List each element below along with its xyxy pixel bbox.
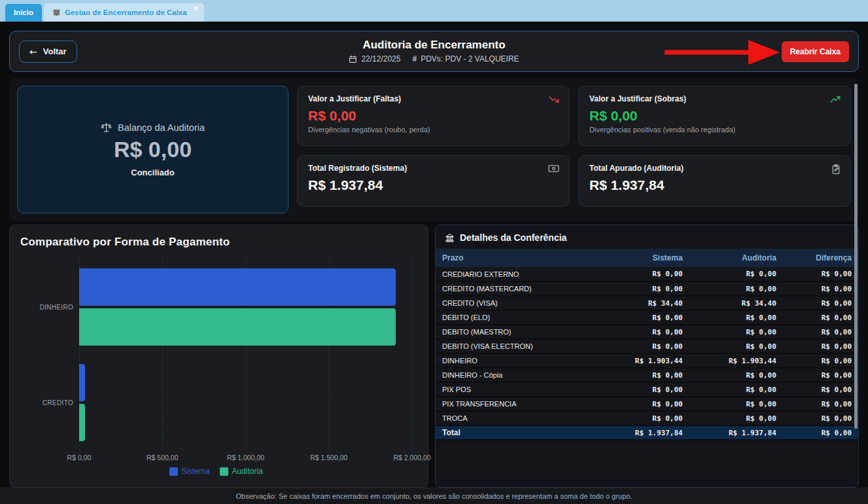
bar-sistema-dinheiro <box>79 268 396 306</box>
row-value: R$ 0,00 <box>595 325 689 339</box>
table-total-row: TotalR$ 1.937,84R$ 1.937,84R$ 0,00 <box>436 425 858 440</box>
row-value: R$ 34,40 <box>689 296 783 310</box>
close-icon[interactable]: × <box>193 4 199 12</box>
chart-category-label: DINHEIRO <box>20 259 79 355</box>
row-value: R$ 0,00 <box>595 339 689 353</box>
row-label: PIX POS <box>436 382 595 397</box>
tab-gestao-label: Gestao de Encerramento de Caixa <box>65 9 187 16</box>
row-value: R$ 1.937,84 <box>595 425 689 440</box>
hash-icon: # <box>412 54 417 63</box>
row-value: R$ 0,00 <box>595 411 689 425</box>
chart-plot: DINHEIROCREDITO <box>20 259 412 450</box>
row-value: R$ 0,00 <box>689 368 783 382</box>
row-value: R$ 0,00 <box>595 368 689 382</box>
card-registrado-title: Total Registrado (Sistema) <box>308 164 559 173</box>
pdv-info-text: PDVs: PDV - 2 VALQUEIRE <box>421 54 519 63</box>
row-value: R$ 0,00 <box>595 267 689 281</box>
legend-item-auditoria: Auditoria <box>220 467 262 476</box>
row-value: R$ 0,00 <box>689 411 783 425</box>
row-value: R$ 0,00 <box>783 411 858 425</box>
card-total-apurado: Total Apurado (Auditoria) R$ 1.937,84 <box>578 155 851 207</box>
tab-gestao-encerramento[interactable]: Gestao de Encerramento de Caixa × <box>44 3 204 22</box>
row-value: R$ 0,00 <box>783 382 858 397</box>
row-value: R$ 0,00 <box>689 310 783 325</box>
row-label: DEBITO (VISA ELECTRON) <box>436 339 595 353</box>
legend-label: Sistema <box>181 467 209 476</box>
column-header-diferença: Diferença <box>783 249 858 267</box>
scrollbar[interactable] <box>854 84 858 429</box>
row-value: R$ 0,00 <box>783 310 858 325</box>
table-row: DEBITO (VISA ELECTRON)R$ 0,00R$ 0,00R$ 0… <box>436 339 858 353</box>
card-apurado-value: R$ 1.937,84 <box>589 177 840 193</box>
bar-auditoria-credito <box>79 404 85 441</box>
trending-down-icon <box>549 95 559 104</box>
chart-bar-group <box>79 259 412 355</box>
building-icon <box>52 8 61 16</box>
row-value: R$ 0,00 <box>783 281 858 296</box>
row-label: CREDITO (VISA) <box>436 296 595 310</box>
row-label: CREDIARIO EXTERNO <box>436 267 595 281</box>
card-registrado-value: R$ 1.937,84 <box>308 177 559 193</box>
row-label: DINHEIRO <box>436 353 595 368</box>
table-row: DINHEIRO - CópiaR$ 0,00R$ 0,00R$ 0,00 <box>436 368 858 382</box>
column-header-prazo: Prazo <box>436 249 595 267</box>
calendar-icon <box>349 55 357 63</box>
conference-table-header: PrazoSistemaAuditoriaDiferença <box>436 249 858 267</box>
row-value: R$ 0,00 <box>595 397 689 411</box>
row-value: R$ 0,00 <box>689 325 783 339</box>
table-row: PIX POSR$ 0,00R$ 0,00R$ 0,00 <box>436 382 858 397</box>
bar-sistema-credito <box>79 364 85 401</box>
x-tick-label: R$ 1.500,00 <box>310 454 347 461</box>
row-value: R$ 0,00 <box>689 281 783 296</box>
summary-section: Balanço da Auditoria R$ 0,00 Conciliado … <box>9 78 859 221</box>
header-row: PrazoSistemaAuditoriaDiferença <box>436 249 858 267</box>
trending-up-icon <box>830 95 841 104</box>
balance-title: Balanço da Auditoria <box>118 122 205 133</box>
row-value: R$ 34,40 <box>595 296 689 310</box>
column-header-auditoria: Auditoria <box>689 249 783 267</box>
card-sobras-subtitle: Divergências positivas (venda não regist… <box>589 126 840 134</box>
chart-bar-group <box>79 355 412 450</box>
table-title: Detalhes da Conferência <box>460 232 566 243</box>
table-row: DINHEIROR$ 1.903,44R$ 1.903,44R$ 0,00 <box>436 353 858 368</box>
conference-table-panel: Detalhes da Conferência PrazoSistemaAudi… <box>435 225 859 488</box>
tab-bar: Início Gestao de Encerramento de Caixa × <box>0 0 868 22</box>
table-row: CREDIARIO EXTERNOR$ 0,00R$ 0,00R$ 0,00 <box>436 267 858 281</box>
chart-x-axis: R$ 0,00R$ 500,00R$ 1.000,00R$ 1.500,00R$… <box>79 450 412 465</box>
chart-category-row: CREDITO <box>20 355 412 450</box>
card-faltas-subtitle: Divergências negativas (roubo, perda) <box>308 126 559 134</box>
row-value: R$ 0,00 <box>689 267 783 281</box>
row-value: R$ 0,00 <box>689 382 783 397</box>
bar-auditoria-dinheiro <box>79 308 396 346</box>
row-value: R$ 0,00 <box>783 368 858 382</box>
balance-value: R$ 0,00 <box>114 137 192 162</box>
table-row: DEBITO (ELO)R$ 0,00R$ 0,00R$ 0,00 <box>436 310 858 325</box>
card-sobras: Valor a Justificar (Sobras) R$ 0,00 Dive… <box>578 86 851 146</box>
row-value: R$ 0,00 <box>595 382 689 397</box>
row-value: R$ 0,00 <box>783 296 858 310</box>
bank-icon <box>445 233 455 243</box>
row-value: R$ 1.903,44 <box>595 353 689 368</box>
row-label: CREDITO (MASTERCARD) <box>436 281 595 296</box>
chart-category-label: CREDITO <box>20 355 79 450</box>
reabrir-caixa-button[interactable]: Reabrir Caixa <box>782 41 849 62</box>
table-row: DEBITO (MAESTRO)R$ 0,00R$ 0,00R$ 0,00 <box>436 325 858 339</box>
tab-inicio[interactable]: Início <box>5 4 42 22</box>
row-label: TROCA <box>436 411 595 425</box>
legend-swatch <box>220 467 228 476</box>
row-label: DEBITO (ELO) <box>436 310 595 325</box>
card-apurado-title: Total Apurado (Auditoria) <box>589 164 840 173</box>
conference-table-body: CREDIARIO EXTERNOR$ 0,00R$ 0,00R$ 0,00CR… <box>436 267 858 440</box>
row-value: R$ 0,00 <box>595 310 689 325</box>
row-label: Total <box>436 425 595 440</box>
x-tick-label: R$ 2.000,00 <box>393 454 430 461</box>
back-arrow-icon: ← <box>29 46 37 57</box>
back-button[interactable]: ← Voltar <box>19 41 77 63</box>
row-value: R$ 1.903,44 <box>689 353 783 368</box>
table-row: TROCAR$ 0,00R$ 0,00R$ 0,00 <box>436 411 858 425</box>
table-row: CREDITO (MASTERCARD)R$ 0,00R$ 0,00R$ 0,0… <box>436 281 858 296</box>
table-row: CREDITO (VISA)R$ 34,40R$ 34,40R$ 0,00 <box>436 296 858 310</box>
row-value: R$ 0,00 <box>783 339 858 353</box>
legend-swatch <box>169 467 178 476</box>
footer-note: Observação: Se caixas foram encerrados e… <box>0 488 868 504</box>
